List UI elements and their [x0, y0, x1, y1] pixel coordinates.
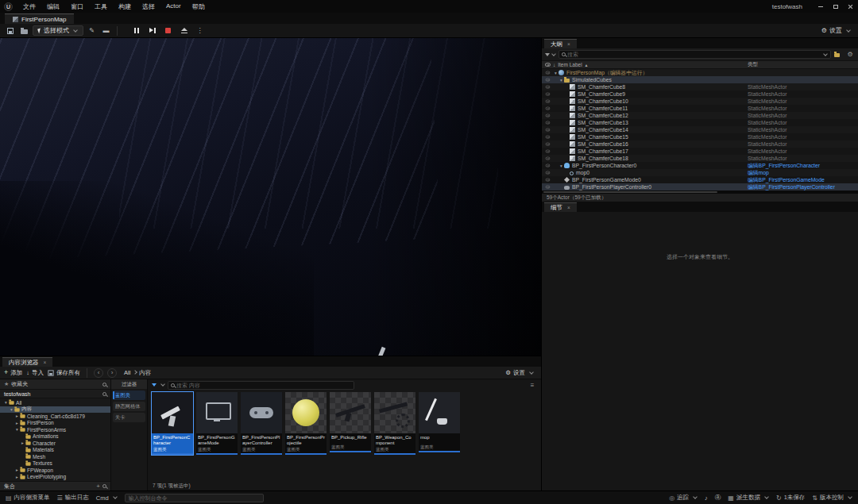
visibility-eye-icon[interactable] [546, 114, 551, 117]
tab-details[interactable]: 细节 × [544, 202, 577, 212]
visibility-eye-icon[interactable] [546, 179, 551, 182]
folder-tree-item[interactable]: Materials [0, 447, 110, 454]
search-icon[interactable] [102, 383, 106, 387]
favorites-header[interactable]: ★ 收藏夹 [0, 379, 110, 389]
outliner-settings-button[interactable]: ⚙ [845, 50, 855, 60]
menu-item[interactable]: 构建 [113, 2, 137, 11]
menu-item[interactable]: 帮助 [187, 2, 211, 11]
menu-item[interactable]: Actor [160, 2, 187, 11]
type-column[interactable]: 类型 [748, 61, 758, 68]
eject-button[interactable] [178, 25, 190, 37]
visibility-eye-icon[interactable] [546, 71, 551, 75]
folder-tree-item[interactable]: ▸ FirstPerson [0, 420, 110, 427]
frame-skip-button[interactable] [146, 25, 158, 37]
outliner-search-input[interactable] [567, 52, 820, 57]
visibility-eye-icon[interactable] [546, 186, 551, 189]
item-label-column[interactable]: Item Label [558, 62, 582, 67]
outliner-row[interactable]: SM_ChamferCube10 StaticMeshActor [542, 98, 858, 105]
add-collection-icon[interactable]: + [96, 483, 100, 490]
add-button[interactable]: + 添加 [4, 369, 22, 377]
expander-icon[interactable]: ▾ [558, 78, 564, 83]
outliner-row[interactable]: SM_ChamferCube9 StaticMeshActor [542, 90, 858, 98]
expander-icon[interactable]: ▾ [553, 71, 558, 75]
expander-icon[interactable]: ▸ [20, 441, 25, 445]
visibility-eye-icon[interactable] [546, 171, 551, 175]
close-icon[interactable]: × [567, 205, 570, 210]
visibility-eye-icon[interactable] [546, 86, 551, 89]
back-button[interactable]: ‹ [94, 368, 103, 378]
cinematics-button[interactable]: ▬ [100, 25, 112, 37]
outliner-row[interactable]: ▾ SimulatedCubes [542, 76, 858, 83]
project-root-row[interactable]: testofwash [0, 389, 110, 398]
content-drawer-button[interactable]: ▤ 内容侧滑菜单 [6, 494, 50, 502]
folder-tree-item[interactable]: Mesh [0, 453, 110, 460]
minimize-button[interactable] [813, 0, 828, 13]
maximize-button[interactable] [828, 0, 843, 13]
blueprints-button[interactable]: ✎ [86, 25, 98, 37]
folder-tree-item[interactable]: ▾ 内容 [0, 406, 110, 414]
outliner-filter-button[interactable] [545, 52, 556, 57]
derived-data-button[interactable]: ▦ 派生数据 [728, 494, 769, 502]
insights-button[interactable]: ⓐ [715, 494, 721, 502]
folder-tree-item[interactable]: ▾ All [0, 399, 110, 406]
folder-tree-item[interactable]: ▸ LevelPrototyping [0, 474, 110, 481]
tab-firstpersonmap[interactable]: FirstPersonMap [5, 13, 74, 24]
unsaved-button[interactable]: ↻ 1未保存 [776, 494, 805, 502]
trace-button[interactable]: ◎ 追踪 [669, 494, 698, 502]
save-all-button[interactable]: 保存所有 [48, 369, 80, 377]
breadcrumb-all[interactable]: All [124, 369, 130, 376]
expander-icon[interactable]: ▾ [14, 427, 20, 432]
expander-icon[interactable]: ▸ [14, 467, 20, 472]
outliner-row[interactable]: SM_ChamferCube15 StaticMeshActor [542, 133, 858, 140]
expander-icon[interactable]: ▸ [14, 421, 20, 425]
audio-button[interactable]: ♪ [705, 494, 708, 502]
asset-tile[interactable]: BP_Weapon_Component 蓝图类 [374, 392, 415, 455]
outliner-row[interactable]: SM_ChamferCube17 StaticMeshActor [542, 148, 858, 155]
level-viewport[interactable] [0, 38, 541, 356]
search-icon[interactable] [102, 392, 106, 396]
tab-content-browser[interactable]: 内容浏览器 × [2, 357, 52, 367]
expander-icon[interactable]: ▸ [14, 475, 20, 479]
output-log-button[interactable]: ☰ 输出日志 [57, 494, 89, 502]
new-folder-button[interactable] [833, 50, 843, 60]
content-browser-settings-button[interactable]: ⚙ 设置 [505, 369, 534, 377]
editor-mode-select[interactable]: 选择模式 [33, 25, 83, 36]
visibility-eye-icon[interactable] [546, 157, 551, 160]
close-button[interactable] [843, 0, 858, 13]
visibility-eye-icon[interactable] [546, 129, 551, 132]
outliner-row[interactable]: BP_FirstPersonPlayerController0 编辑BP_Fir… [542, 183, 858, 190]
save-level-button[interactable] [4, 25, 16, 37]
source-control-button[interactable]: ⇅ 版本控制 [812, 494, 852, 502]
close-icon[interactable]: × [567, 41, 570, 47]
stop-button[interactable] [162, 25, 174, 37]
search-icon[interactable] [102, 484, 106, 488]
play-options-button[interactable]: ⋮ [194, 25, 206, 37]
outliner-row[interactable]: SM_ChamferCube14 StaticMeshActor [542, 126, 858, 133]
tab-outliner[interactable]: 大纲 × [544, 39, 577, 48]
asset-tile[interactable]: mop 蓝图类 [419, 392, 460, 455]
toolbar-settings-button[interactable]: ⚙ 设置 [821, 26, 851, 35]
breadcrumb-content[interactable]: 内容 [139, 369, 151, 377]
visibility-eye-icon[interactable] [546, 107, 551, 110]
asset-tile[interactable]: BP_Pickup_Rifle 蓝图类 [330, 392, 371, 455]
expander-icon[interactable]: ▸ [14, 414, 20, 418]
visibility-column-icon[interactable] [545, 63, 551, 67]
visibility-eye-icon[interactable] [546, 100, 551, 103]
filter-funnel-icon[interactable] [152, 383, 157, 387]
cmd-select[interactable]: Cmd [96, 494, 118, 502]
outliner-row[interactable]: SM_ChamferCube13 StaticMeshActor [542, 119, 858, 126]
filter-item[interactable]: 蓝图类 [113, 391, 145, 400]
asset-tile[interactable]: BP_FirstPersonProjectile 蓝图类 [285, 392, 327, 455]
folder-tree-item[interactable]: Animations [0, 433, 110, 441]
asset-search-input[interactable] [176, 383, 351, 388]
expander-icon[interactable]: ▾ [3, 400, 9, 405]
asset-tile[interactable]: BP_FirstPersonGameMode 蓝图类 [196, 392, 238, 455]
visibility-eye-icon[interactable] [546, 121, 551, 125]
filter-item[interactable]: 静态网格体 [113, 402, 145, 411]
folder-tree-item[interactable]: ▾ FirstPersonArms [0, 426, 110, 433]
expander-icon[interactable]: ▾ [9, 407, 14, 412]
asset-tile[interactable]: BP_FirstPersonPlayerController 蓝图类 [241, 392, 282, 455]
close-icon[interactable]: × [44, 360, 47, 365]
outliner-row[interactable]: SM_ChamferCube16 StaticMeshActor [542, 140, 858, 148]
visibility-eye-icon[interactable] [546, 79, 551, 82]
